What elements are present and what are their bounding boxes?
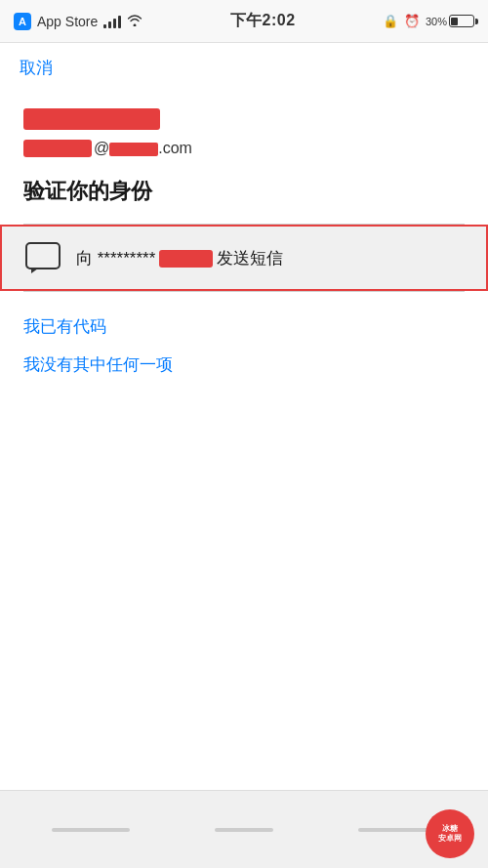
status-bar-right: 🔒 ⏰ 30% bbox=[383, 14, 474, 28]
status-bar-left: A App Store bbox=[14, 13, 142, 30]
email-row: @.com bbox=[23, 140, 465, 157]
signal-bars bbox=[103, 15, 121, 28]
bottom-tab-1 bbox=[52, 828, 130, 832]
app-store-icon: A bbox=[14, 13, 31, 30]
bottom-tab-2 bbox=[215, 828, 273, 832]
redacted-email-block bbox=[23, 140, 92, 157]
redacted-name-block bbox=[23, 108, 160, 130]
tab-bar-3 bbox=[358, 828, 436, 832]
watermark-text: 冰糖安卓网 bbox=[438, 824, 462, 843]
section-title: 验证你的身份 bbox=[23, 177, 465, 206]
bottom-tab-3 bbox=[358, 828, 436, 832]
svg-rect-2 bbox=[26, 243, 60, 269]
battery-fill bbox=[451, 18, 457, 25]
no-option-link[interactable]: 我没有其中任何一项 bbox=[23, 346, 465, 384]
tab-bar-1 bbox=[52, 828, 130, 832]
lock-icon: 🔒 bbox=[383, 14, 398, 28]
sms-option-text: 向 *********发送短信 bbox=[76, 247, 283, 269]
cancel-button[interactable]: 取消 bbox=[20, 57, 53, 79]
email-domain: @.com bbox=[94, 140, 192, 157]
sms-phone-redacted bbox=[159, 250, 213, 268]
status-bar-time: 下午2:02 bbox=[230, 11, 296, 31]
status-bar-app-name: App Store bbox=[37, 14, 98, 29]
nav-bar: 取消 bbox=[0, 43, 488, 89]
tab-bar-2 bbox=[215, 828, 273, 832]
alarm-icon: ⏰ bbox=[404, 14, 420, 28]
svg-text:A: A bbox=[19, 16, 26, 27]
status-bar: A App Store 下午2:02 🔒 ⏰ 30% bbox=[0, 0, 488, 43]
battery-icon bbox=[449, 15, 474, 27]
bottom-bar: 冰糖安卓网 bbox=[0, 790, 488, 868]
chat-icon bbox=[25, 242, 61, 273]
main-content: @.com 验证你的身份 向 *********发送短信 我已有代码 我没有其中… bbox=[0, 89, 488, 419]
sms-option[interactable]: 向 *********发送短信 bbox=[0, 225, 488, 291]
link-section: 我已有代码 我没有其中任何一项 bbox=[23, 292, 465, 399]
have-code-link[interactable]: 我已有代码 bbox=[23, 308, 465, 346]
wifi-icon bbox=[127, 14, 142, 29]
battery-container: 30% bbox=[426, 15, 474, 27]
watermark: 冰糖安卓网 bbox=[426, 809, 474, 858]
battery-text: 30% bbox=[426, 16, 447, 27]
